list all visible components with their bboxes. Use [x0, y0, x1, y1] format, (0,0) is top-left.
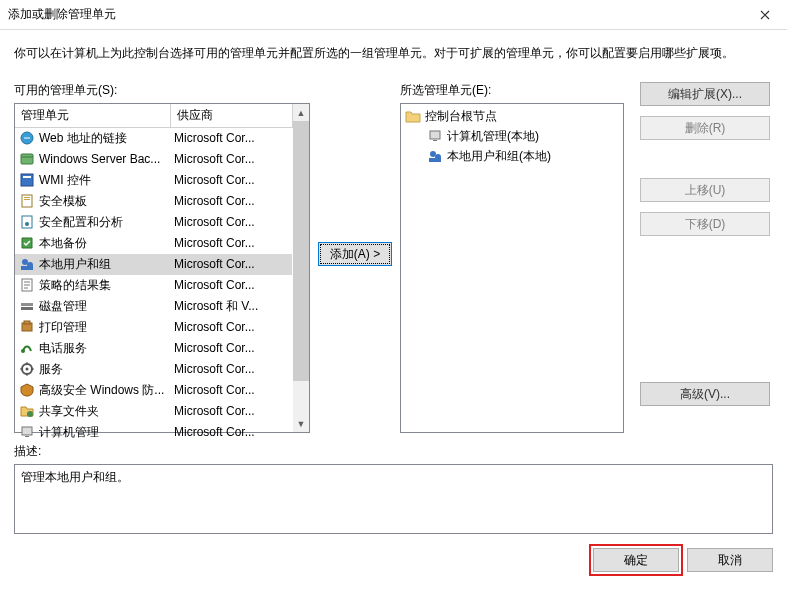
svg-point-19	[26, 368, 29, 371]
snapin-vendor: Microsoft Cor...	[170, 275, 292, 296]
available-item[interactable]: 高级安全 Windows 防...Microsoft Cor...	[15, 380, 292, 401]
description-box: 管理本地用户和组。	[14, 464, 773, 534]
add-button[interactable]: 添加(A) >	[318, 242, 392, 266]
snapin-vendor: Microsoft Cor...	[170, 149, 292, 170]
delete-button[interactable]: 删除(R)	[640, 116, 770, 140]
snapin-name: 服务	[39, 362, 63, 376]
svg-rect-22	[25, 436, 29, 437]
available-item[interactable]: 磁盘管理Microsoft 和 V...	[15, 296, 292, 317]
snapin-vendor: Microsoft Cor...	[170, 338, 292, 359]
advanced-button[interactable]: 高级(V)...	[640, 382, 770, 406]
move-up-button[interactable]: 上移(U)	[640, 178, 770, 202]
available-item[interactable]: 安全配置和分析Microsoft Cor...	[15, 212, 292, 233]
tree-root[interactable]: 控制台根节点	[405, 106, 619, 126]
snapin-icon	[19, 277, 37, 293]
selected-label: 所选管理单元(E):	[400, 82, 624, 99]
svg-point-25	[430, 151, 436, 157]
snapin-icon	[427, 148, 443, 164]
available-column: 可用的管理单元(S): 管理单元 供应商 Web 地址的链接Microsoft …	[14, 82, 310, 433]
column-header-snapin[interactable]: 管理单元	[15, 104, 170, 128]
close-button[interactable]	[742, 0, 787, 30]
svg-rect-4	[22, 195, 32, 207]
scroll-track[interactable]	[293, 381, 309, 415]
scroll-down-icon[interactable]: ▼	[293, 415, 309, 432]
available-item[interactable]: 电话服务Microsoft Cor...	[15, 338, 292, 359]
snapin-icon	[19, 235, 37, 251]
snapin-vendor: Microsoft Cor...	[170, 317, 292, 338]
snapin-name: WMI 控件	[39, 173, 91, 187]
svg-rect-1	[21, 154, 33, 164]
available-item[interactable]: 安全模板Microsoft Cor...	[15, 191, 292, 212]
scroll-thumb[interactable]	[293, 121, 309, 381]
snapin-name: 高级安全 Windows 防...	[39, 383, 164, 397]
ok-button[interactable]: 确定	[593, 548, 679, 572]
snapin-icon	[19, 340, 37, 356]
snapin-icon	[19, 193, 37, 209]
available-item[interactable]: 策略的结果集Microsoft Cor...	[15, 275, 292, 296]
snapin-vendor: Microsoft Cor...	[170, 233, 292, 254]
snapin-vendor: Microsoft Cor...	[170, 359, 292, 380]
snapin-vendor: Microsoft Cor...	[170, 212, 292, 233]
available-item[interactable]: 本地用户和组Microsoft Cor...	[15, 254, 292, 275]
snapin-vendor: Microsoft Cor...	[170, 380, 292, 401]
available-header-row: 管理单元 供应商	[15, 104, 292, 128]
picker-row: 可用的管理单元(S): 管理单元 供应商 Web 地址的链接Microsoft …	[14, 82, 773, 433]
folder-icon	[405, 108, 421, 124]
tree-root-label: 控制台根节点	[425, 108, 497, 125]
description-label: 描述:	[14, 443, 773, 460]
move-down-button[interactable]: 下移(D)	[640, 212, 770, 236]
snapin-vendor: Microsoft Cor...	[170, 254, 292, 275]
available-item[interactable]: 本地备份Microsoft Cor...	[15, 233, 292, 254]
available-list[interactable]: 管理单元 供应商 Web 地址的链接Microsoft Cor...Window…	[14, 103, 310, 433]
available-label: 可用的管理单元(S):	[14, 82, 310, 99]
snapin-icon	[19, 361, 37, 377]
svg-rect-3	[23, 176, 31, 178]
available-item[interactable]: 计算机管理Microsoft Cor...	[15, 422, 292, 443]
snapin-icon	[19, 424, 37, 440]
available-item[interactable]: 共享文件夹Microsoft Cor...	[15, 401, 292, 422]
snapin-name: 本地用户和组	[39, 257, 111, 271]
selected-tree[interactable]: 控制台根节点 计算机管理(本地)本地用户和组(本地)	[400, 103, 624, 433]
snapin-name: Web 地址的链接	[39, 131, 127, 145]
snapin-name: 计算机管理	[39, 425, 99, 439]
snapin-vendor: Microsoft Cor...	[170, 170, 292, 191]
tree-child[interactable]: 本地用户和组(本地)	[405, 146, 619, 166]
snapin-icon	[19, 298, 37, 314]
snapin-name: 磁盘管理	[39, 299, 87, 313]
svg-rect-23	[430, 131, 440, 139]
cancel-button[interactable]: 取消	[687, 548, 773, 572]
snapin-icon	[19, 382, 37, 398]
svg-rect-2	[21, 174, 33, 186]
svg-rect-27	[429, 158, 441, 162]
edit-extensions-button[interactable]: 编辑扩展(X)...	[640, 82, 770, 106]
svg-rect-5	[24, 197, 30, 198]
title-bar: 添加或删除管理单元	[0, 0, 787, 30]
column-header-vendor[interactable]: 供应商	[170, 104, 292, 128]
available-item[interactable]: 打印管理Microsoft Cor...	[15, 317, 292, 338]
snapin-vendor: Microsoft Cor...	[170, 128, 292, 149]
close-icon	[760, 10, 770, 20]
dialog-buttons: 确定 取消	[0, 534, 787, 572]
svg-rect-21	[22, 427, 32, 435]
snapin-icon	[19, 214, 37, 230]
available-item[interactable]: WMI 控件Microsoft Cor...	[15, 170, 292, 191]
svg-rect-6	[24, 199, 30, 200]
available-item[interactable]: 服务Microsoft Cor...	[15, 359, 292, 380]
svg-point-9	[22, 259, 28, 265]
snapin-name: 安全模板	[39, 194, 87, 208]
ok-highlight: 确定	[593, 548, 679, 572]
snapin-vendor: Microsoft Cor...	[170, 401, 292, 422]
snapin-icon	[19, 256, 37, 272]
intro-text: 你可以在计算机上为此控制台选择可用的管理单元并配置所选的一组管理单元。对于可扩展…	[14, 44, 773, 62]
available-scrollbar[interactable]: ▲ ▼	[293, 104, 309, 432]
snapin-icon	[427, 128, 443, 144]
scroll-up-icon[interactable]: ▲	[293, 104, 309, 121]
available-item[interactable]: Web 地址的链接Microsoft Cor...	[15, 128, 292, 149]
snapin-name: 电话服务	[39, 341, 87, 355]
svg-rect-14	[21, 307, 33, 310]
snapin-name: Windows Server Bac...	[39, 152, 160, 166]
svg-rect-11	[21, 266, 33, 270]
snapin-icon	[19, 403, 37, 419]
tree-child[interactable]: 计算机管理(本地)	[405, 126, 619, 146]
available-item[interactable]: Windows Server Bac...Microsoft Cor...	[15, 149, 292, 170]
